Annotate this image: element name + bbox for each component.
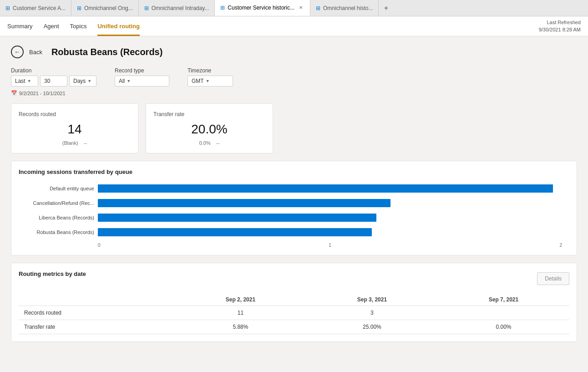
bar-row-3: Liberca Beans (Records) [26, 214, 562, 222]
duration-controls: Last ▼ 30 Days ▼ [11, 76, 96, 87]
timezone-select[interactable]: GMT ▼ [188, 76, 233, 87]
duration-unit-select[interactable]: Days ▼ [69, 76, 96, 87]
records-routed-value: 14 [19, 122, 131, 137]
tab-customer-service-historic[interactable]: ⊞ Customer Service historic... ✕ [215, 0, 310, 16]
filters-row: Duration Last ▼ 30 Days ▼ Record type Al [11, 67, 577, 87]
col-header-1: Sep 2, 2021 [175, 294, 306, 306]
metric-val-1-2: 3 [306, 306, 438, 320]
timezone-filter: Timezone GMT ▼ [188, 67, 233, 87]
duration-filter: Duration Last ▼ 30 Days ▼ [11, 67, 96, 87]
bar-track-3 [98, 214, 562, 222]
metric-val-1-3 [438, 306, 569, 320]
record-type-label: Record type [115, 67, 169, 74]
axis-label-0: 0 [98, 243, 101, 248]
bar-label-3: Liberca Beans (Records) [26, 215, 94, 220]
col-header-0 [19, 294, 175, 306]
calendar-icon: 📅 [11, 90, 17, 96]
metric-val-2-1: 5.88% [175, 320, 306, 334]
close-tab-button[interactable]: ✕ [297, 4, 304, 11]
tab-unified-routing[interactable]: Unified routing [97, 16, 139, 36]
details-button[interactable]: Details [537, 272, 569, 285]
caret-icon-3: ▼ [127, 79, 131, 83]
nav-tabs: Summary Agent Topics Unified routing [7, 16, 140, 36]
metric-label-1: Records routed [19, 306, 175, 320]
col-header-2: Sep 3, 2021 [306, 294, 438, 306]
transfer-rate-sub: 0.0% -- [153, 140, 265, 146]
caret-icon-2: ▼ [87, 79, 91, 83]
add-tab-button[interactable]: + [379, 0, 393, 16]
tab-agent[interactable]: Agent [44, 16, 59, 36]
tab-icon-4: ⊞ [220, 5, 225, 11]
bar-fill-3 [98, 214, 376, 222]
metric-val-2-2: 25.00% [306, 320, 438, 334]
bar-label-2: Cancellation/Refund (Rec... [26, 200, 94, 206]
chart-section: Incoming sessions transferred by queue D… [11, 161, 577, 255]
record-type-filter: Record type All ▼ [115, 67, 169, 87]
bar-chart: Default entity queue Cancellation/Refund… [19, 184, 569, 248]
bar-track-1 [98, 184, 562, 193]
table-header-row: Routing metrics by date Details [19, 270, 569, 286]
bar-fill-4 [98, 228, 372, 236]
bar-label-4: Robusta Beans (Records) [26, 229, 94, 235]
main-content: ← Back Robusta Beans (Records) Duration … [0, 36, 588, 372]
records-routed-sub: (Blank) -- [19, 140, 131, 146]
bar-row-2: Cancellation/Refund (Rec... [26, 199, 562, 207]
table-row-1: Records routed 11 3 [19, 306, 569, 320]
last-refreshed: Last Refreshed 9/30/2021 8:28 AM [539, 19, 581, 33]
tab-omnichannel-intraday[interactable]: ⊞ Omnichannel Intraday... [139, 0, 215, 16]
tab-customer-service-a[interactable]: ⊞ Customer Service A... [0, 0, 71, 16]
back-button[interactable]: ← [11, 46, 24, 58]
bar-track-2 [98, 199, 562, 207]
record-type-controls: All ▼ [115, 76, 169, 87]
cards-row: Records routed 14 (Blank) -- Transfer ra… [11, 103, 577, 153]
tab-icon-3: ⊞ [144, 5, 149, 11]
tab-topics[interactable]: Topics [70, 16, 87, 36]
records-routed-card: Records routed 14 (Blank) -- [11, 103, 138, 153]
caret-icon: ▼ [27, 79, 31, 83]
metric-val-2-3: 0.00% [438, 320, 569, 334]
transfer-rate-value: 20.0% [153, 122, 265, 137]
tab-omnichannel-histo[interactable]: ⊞ Omnichannel histo... [310, 0, 379, 16]
routing-metrics-section: Routing metrics by date Details Sep 2, 2… [11, 263, 577, 342]
bar-label-1: Default entity queue [26, 186, 94, 191]
duration-value-input[interactable]: 30 [40, 76, 67, 87]
bar-fill-2 [98, 199, 390, 207]
date-range: 📅 9/2/2021 - 10/1/2021 [11, 90, 577, 96]
back-row: ← Back Robusta Beans (Records) [11, 46, 577, 58]
duration-label: Duration [11, 67, 96, 74]
tab-omnichannel-ong[interactable]: ⊞ Omnichannel Ong... [71, 0, 139, 16]
bar-track-4 [98, 228, 562, 236]
timezone-label: Timezone [188, 67, 233, 74]
tab-icon-5: ⊞ [316, 5, 320, 11]
transfer-rate-card: Transfer rate 20.0% 0.0% -- [146, 103, 273, 153]
tab-icon-1: ⊞ [5, 5, 10, 11]
bar-row-4: Robusta Beans (Records) [26, 228, 562, 236]
transfer-rate-title: Transfer rate [153, 111, 265, 117]
record-type-select[interactable]: All ▼ [115, 76, 169, 87]
chart-title: Incoming sessions transferred by queue [19, 168, 569, 175]
bar-fill-1 [98, 184, 553, 193]
metric-label-2: Transfer rate [19, 320, 175, 334]
table-row-2: Transfer rate 5.88% 25.00% 0.00% [19, 320, 569, 334]
tab-bar: ⊞ Customer Service A... ⊞ Omnichannel On… [0, 0, 588, 16]
duration-prefix-select[interactable]: Last ▼ [11, 76, 38, 87]
records-routed-title: Records routed [19, 111, 131, 117]
metrics-table: Sep 2, 2021 Sep 3, 2021 Sep 7, 2021 Reco… [19, 294, 569, 334]
axis-label-2: 2 [559, 243, 562, 248]
routing-metrics-title: Routing metrics by date [19, 270, 86, 277]
col-header-3: Sep 7, 2021 [438, 294, 569, 306]
page-title: Robusta Beans (Records) [51, 47, 163, 57]
timezone-controls: GMT ▼ [188, 76, 233, 87]
axis-label-1: 1 [329, 243, 331, 248]
caret-icon-4: ▼ [206, 79, 210, 83]
metric-val-1-1: 11 [175, 306, 306, 320]
back-label[interactable]: Back [29, 49, 42, 56]
nav-bar: Summary Agent Topics Unified routing Las… [0, 16, 588, 36]
bar-axis: 0 1 2 [26, 243, 562, 248]
tab-icon-2: ⊞ [77, 5, 81, 11]
bar-row-1: Default entity queue [26, 184, 562, 193]
tab-summary[interactable]: Summary [7, 16, 33, 36]
